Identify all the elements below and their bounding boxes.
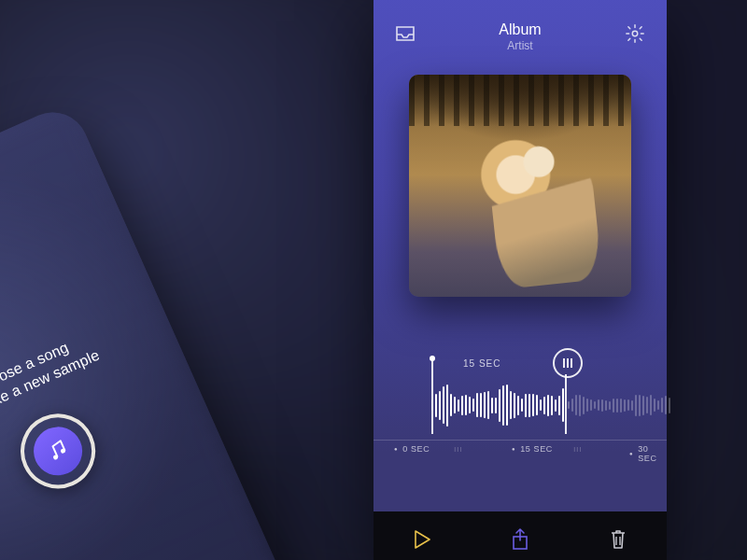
ruler-tick: 0 SEC [394,444,430,454]
selection-length-label: 15 SEC [463,358,500,369]
ruler-hatch: ııı [454,444,462,454]
editor-phone: Album Artist 15 SEC 0 SEC ııı 15 SEC ııı… [374,0,667,560]
waveform-unselected [374,377,670,433]
play-button[interactable] [403,521,441,558]
time-ruler: 0 SEC ııı 15 SEC ııı 30 SEC [374,440,667,461]
artist-name: Artist [418,39,622,52]
selection-end-handle[interactable] [553,348,583,378]
share-button[interactable] [501,521,539,558]
ruler-tick: 15 SEC [512,444,553,454]
share-icon [511,527,529,552]
play-icon [412,528,432,551]
choose-song-button[interactable] [8,402,107,501]
music-note-icon [26,419,91,483]
trash-icon [609,528,627,551]
album-title: Album [418,21,622,38]
inbox-icon[interactable] [392,21,418,47]
ruler-hatch: ııı [573,444,582,454]
album-art [409,75,631,297]
svg-point-2 [632,31,638,36]
action-bar [374,511,667,560]
waveform-timeline[interactable]: 15 SEC 0 SEC ııı 15 SEC ııı 30 SEC [374,358,667,461]
gear-icon[interactable] [622,21,648,47]
ruler-tick: 30 SEC [629,444,667,463]
delete-button[interactable] [599,521,637,558]
